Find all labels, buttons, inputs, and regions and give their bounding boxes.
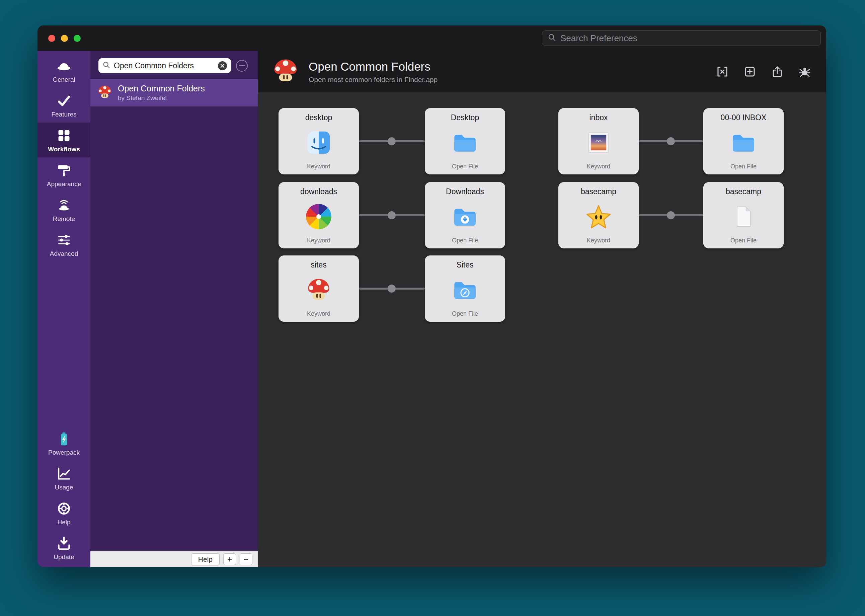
download-tray-icon bbox=[56, 536, 72, 551]
node-type-label: Keyword bbox=[307, 310, 330, 317]
connection-dot[interactable] bbox=[388, 211, 396, 219]
node-type-label: Open File bbox=[452, 163, 478, 170]
workflow-search-input[interactable] bbox=[114, 61, 215, 70]
node-title: basecamp bbox=[581, 187, 616, 196]
sidebar-item-label: Usage bbox=[55, 484, 73, 491]
sidebar-item-usage[interactable]: Usage bbox=[38, 460, 90, 495]
clear-search-icon[interactable] bbox=[218, 61, 227, 70]
folder-compass-icon bbox=[451, 276, 479, 304]
folder-download-icon bbox=[451, 203, 479, 231]
folder-icon bbox=[729, 129, 758, 157]
sidebar-item-advanced[interactable]: Advanced bbox=[38, 227, 90, 262]
workflow-item-title: Open Common Folders bbox=[118, 84, 205, 93]
variables-icon[interactable] bbox=[716, 65, 729, 79]
node-title: Sites bbox=[456, 261, 473, 269]
connection-dot[interactable] bbox=[667, 211, 675, 219]
workflow-search-row bbox=[90, 51, 258, 79]
zoom-window-button[interactable] bbox=[74, 35, 81, 42]
connection-dot[interactable] bbox=[667, 137, 675, 145]
node-title: desktop bbox=[305, 113, 333, 122]
node-type-label: Open File bbox=[730, 163, 757, 170]
sidebar-item-label: Update bbox=[53, 553, 74, 561]
sidebar-item-remote[interactable]: Remote bbox=[38, 192, 90, 227]
node-title: sites bbox=[311, 261, 327, 269]
minimize-window-button[interactable] bbox=[61, 35, 68, 42]
sidebar-item-label: Features bbox=[52, 111, 77, 118]
window-body: General Features Workflows Appearance bbox=[38, 51, 826, 567]
sidebar-item-label: Appearance bbox=[47, 181, 81, 188]
alfred-preferences-window: General Features Workflows Appearance bbox=[38, 25, 826, 567]
check-icon bbox=[56, 93, 72, 108]
pinwheel-icon bbox=[305, 203, 333, 231]
hat-icon bbox=[56, 58, 72, 74]
workflow-canvas[interactable]: desktop Keyword Desktop Open File inbox bbox=[258, 93, 826, 567]
close-window-button[interactable] bbox=[48, 35, 55, 42]
workflow-list-item[interactable]: Open Common Folders by Stefan Zweifel bbox=[90, 79, 258, 107]
node-sites-keyword[interactable]: sites Keyword bbox=[278, 255, 359, 322]
more-options-icon[interactable] bbox=[236, 60, 248, 72]
connection-dot[interactable] bbox=[388, 137, 396, 145]
workflow-list-footer: Help + − bbox=[90, 551, 258, 567]
mushroom-icon bbox=[272, 57, 299, 86]
search-icon bbox=[102, 61, 110, 70]
node-inbox-keyword[interactable]: inbox Keyword bbox=[558, 108, 639, 174]
node-basecamp-keyword[interactable]: basecamp Keyword bbox=[558, 182, 639, 248]
chart-icon bbox=[56, 466, 72, 481]
node-inbox-openfile[interactable]: 00-00 INBOX Open File bbox=[703, 108, 783, 174]
node-type-label: Keyword bbox=[307, 163, 330, 170]
mail-stamp-icon bbox=[584, 129, 612, 157]
traffic-lights bbox=[48, 35, 81, 42]
node-type-label: Keyword bbox=[587, 163, 610, 170]
sidebar: General Features Workflows Appearance bbox=[38, 51, 90, 567]
node-basecamp-openfile[interactable]: basecamp Open File bbox=[703, 182, 783, 248]
search-preferences-field[interactable] bbox=[542, 30, 821, 46]
node-desktop-openfile[interactable]: Desktop Open File bbox=[425, 108, 505, 174]
document-icon bbox=[729, 203, 758, 231]
sidebar-item-general[interactable]: General bbox=[38, 53, 90, 88]
node-title: downloads bbox=[300, 187, 337, 196]
remote-hat-icon bbox=[56, 198, 72, 213]
node-downloads-keyword[interactable]: downloads Keyword bbox=[278, 182, 359, 248]
node-desktop-keyword[interactable]: desktop Keyword bbox=[278, 108, 359, 174]
node-type-label: Keyword bbox=[307, 237, 330, 244]
sidebar-item-label: Help bbox=[57, 519, 70, 526]
help-button[interactable]: Help bbox=[191, 553, 220, 566]
remove-workflow-button[interactable]: − bbox=[240, 553, 253, 565]
node-title: basecamp bbox=[726, 187, 761, 196]
grid-icon bbox=[56, 128, 72, 143]
battery-icon bbox=[56, 431, 72, 446]
sidebar-item-appearance[interactable]: Appearance bbox=[38, 157, 90, 192]
add-object-icon[interactable] bbox=[743, 65, 757, 79]
mushroom-icon bbox=[305, 276, 333, 304]
node-title: Downloads bbox=[446, 187, 484, 196]
add-workflow-button[interactable]: + bbox=[223, 553, 236, 565]
finder-icon bbox=[305, 129, 333, 157]
node-title: Desktop bbox=[451, 113, 479, 122]
workflow-search-field[interactable] bbox=[99, 58, 231, 73]
workflow-header-text: Open Common Folders Open most common fol… bbox=[309, 60, 438, 84]
sidebar-item-help[interactable]: Help bbox=[38, 495, 90, 530]
workflow-header-actions bbox=[716, 65, 812, 79]
share-icon[interactable] bbox=[771, 65, 784, 79]
node-downloads-openfile[interactable]: Downloads Open File bbox=[425, 182, 505, 248]
sidebar-item-powerpack[interactable]: Powerpack bbox=[38, 426, 90, 460]
node-type-label: Open File bbox=[730, 237, 757, 244]
debug-icon[interactable] bbox=[798, 65, 812, 79]
workflow-list-item-text: Open Common Folders by Stefan Zweifel bbox=[118, 84, 205, 102]
search-icon bbox=[548, 33, 556, 43]
sidebar-item-update[interactable]: Update bbox=[38, 530, 90, 565]
sidebar-item-features[interactable]: Features bbox=[38, 88, 90, 123]
sidebar-item-workflows[interactable]: Workflows bbox=[38, 123, 90, 157]
node-title: 00-00 INBOX bbox=[721, 113, 766, 122]
titlebar bbox=[38, 25, 826, 51]
search-preferences-input[interactable] bbox=[560, 33, 815, 44]
sidebar-item-label: Advanced bbox=[50, 250, 78, 258]
node-type-label: Open File bbox=[452, 310, 478, 317]
connection-dot[interactable] bbox=[388, 284, 396, 292]
workflow-subtitle: Open most common folders in Finder.app bbox=[309, 75, 438, 84]
workflow-list-panel: Open Common Folders by Stefan Zweifel He… bbox=[90, 51, 258, 567]
node-title: inbox bbox=[590, 113, 608, 122]
mushroom-icon bbox=[97, 84, 113, 101]
sliders-icon bbox=[56, 233, 72, 248]
node-sites-openfile[interactable]: Sites Open File bbox=[425, 255, 505, 322]
